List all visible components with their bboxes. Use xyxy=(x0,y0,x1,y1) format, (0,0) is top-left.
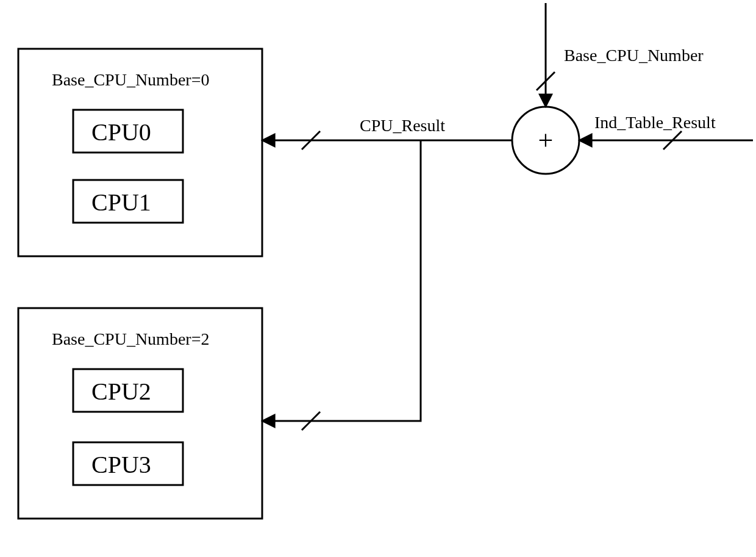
diagram-canvas: Base_CPU_Number=0 CPU0 CPU1 Base_CPU_Num… xyxy=(0,0,756,557)
label-base-cpu-number: Base_CPU_Number xyxy=(564,46,704,65)
cpu3-block: CPU3 xyxy=(73,442,183,485)
cpu1-block: CPU1 xyxy=(73,180,183,223)
wire-base-cpu-number: Base_CPU_Number xyxy=(537,3,704,107)
adder-symbol: + xyxy=(538,126,554,156)
cpu2-block: CPU2 xyxy=(73,369,183,412)
cpu-group-0: Base_CPU_Number=0 CPU0 CPU1 xyxy=(18,49,262,256)
cpu-group-2-header: Base_CPU_Number=2 xyxy=(52,329,209,348)
cpu3-label: CPU3 xyxy=(91,451,151,478)
cpu0-label: CPU0 xyxy=(91,118,151,146)
label-ind-table-result: Ind_Table_Result xyxy=(594,113,716,132)
label-cpu-result: CPU_Result xyxy=(360,116,445,135)
cpu2-label: CPU2 xyxy=(91,378,151,405)
wire-cpu-result-bottom xyxy=(262,140,421,430)
cpu-group-2: Base_CPU_Number=2 CPU2 CPU3 xyxy=(18,308,262,519)
wire-ind-table-result: Ind_Table_Result xyxy=(579,113,753,149)
cpu1-label: CPU1 xyxy=(91,189,151,216)
adder-node: + xyxy=(512,107,579,174)
wire-cpu-result-top: CPU_Result xyxy=(262,116,512,149)
cpu0-block: CPU0 xyxy=(73,110,183,153)
cpu-group-0-header: Base_CPU_Number=0 xyxy=(52,70,209,89)
